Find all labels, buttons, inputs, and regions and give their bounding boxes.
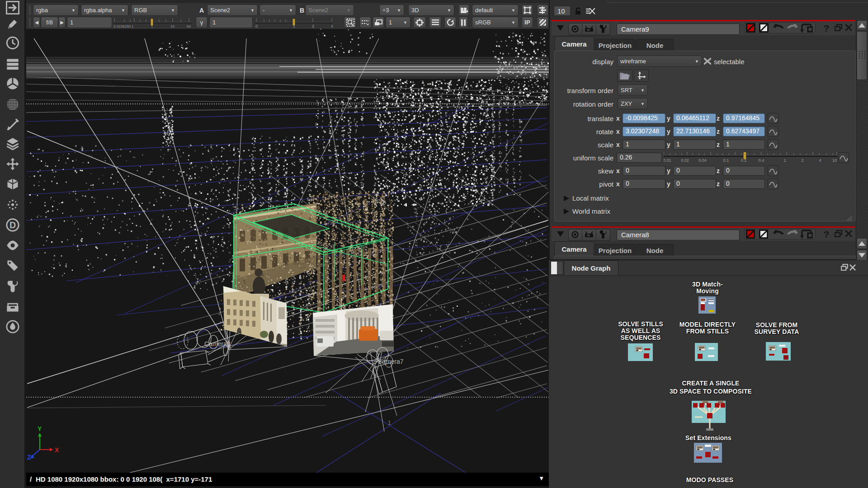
svg-text:0.0156250.1: 0.0156250.1 [113,24,134,28]
svg-text:64: 64 [187,24,191,28]
svg-text:4: 4 [331,24,333,28]
svg-text:10: 10 [170,24,175,28]
svg-text:0.2: 0.2 [741,158,747,163]
svg-text:0.4: 0.4 [759,158,764,163]
svg-text:2: 2 [801,158,803,163]
svg-text:0.02: 0.02 [681,158,689,163]
svg-text:1: 1 [293,24,295,28]
svg-text:Camera7: Camera7 [377,358,404,365]
svg-text:1: 1 [388,420,391,426]
svg-text:D: D [9,220,16,230]
svg-text:1: 1 [151,24,153,28]
svg-text:1: 1 [783,158,786,163]
svg-text:0.04: 0.04 [698,158,707,163]
svg-text:Z: Z [27,454,31,461]
svg-text:10: 10 [832,158,837,163]
svg-text:0.1: 0.1 [723,158,729,163]
svg-text:Y: Y [38,425,42,432]
svg-text:2: 2 [312,24,314,28]
svg-text:4: 4 [819,158,821,163]
svg-text:0: 0 [255,24,258,28]
svg-text:X: X [55,446,59,454]
svg-text:Camera8: Camera8 [204,340,231,347]
svg-text:0.01: 0.01 [664,158,671,163]
